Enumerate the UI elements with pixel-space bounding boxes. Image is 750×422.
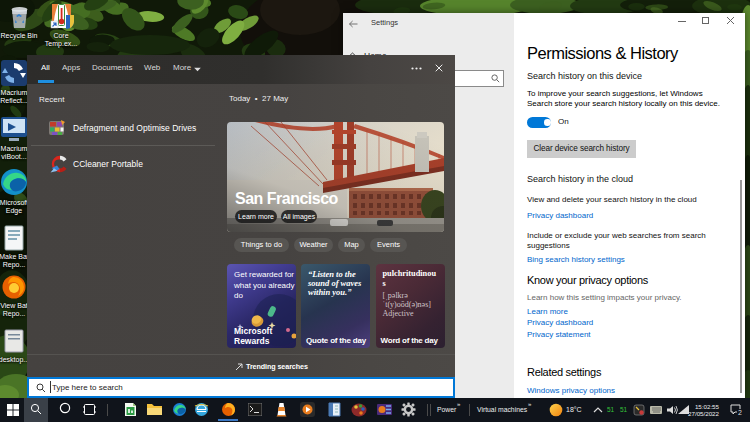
svg-text:2: 2: [738, 409, 742, 416]
